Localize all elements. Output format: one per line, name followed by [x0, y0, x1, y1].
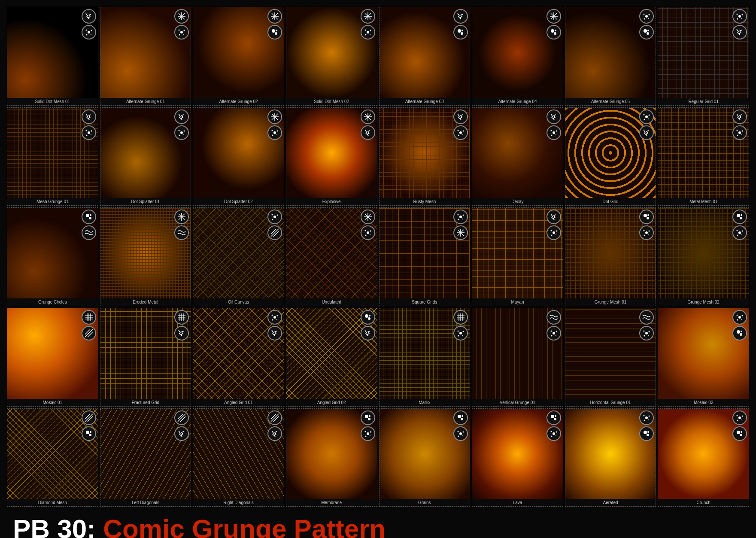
circle-icon-oil-canvas-0 — [267, 210, 282, 224]
pattern-cell-crunch[interactable]: Crunch — [658, 408, 749, 507]
pattern-label-left-diagonals: Left Diagonals — [100, 499, 191, 506]
pattern-cell-mosaic-01[interactable]: Mosaic 01 — [7, 308, 98, 407]
svg-point-85 — [556, 134, 556, 135]
pattern-cell-aerated[interactable]: Aerated — [565, 408, 656, 507]
pattern-label-crunch: Crunch — [658, 499, 749, 506]
circle-overlay-dot-grid — [639, 109, 654, 140]
circle-overlay-metal-mesh-01 — [732, 109, 747, 140]
pattern-cell-regular-grid-01[interactable]: Regular Grid 01 — [658, 7, 749, 106]
svg-point-140 — [644, 235, 645, 236]
pattern-cell-horizontal-grunge-01[interactable]: Horizontal Grunge 01 — [565, 308, 656, 407]
pattern-cell-mosaic-02[interactable]: Mosaic 02 — [658, 308, 749, 407]
circle-overlay-fractured-grid — [174, 310, 189, 340]
pattern-cell-membrane[interactable]: Membrane — [286, 408, 377, 507]
circle-overlay-mesh-grunge-01 — [82, 109, 96, 140]
circle-icon-dot-grid-0 — [639, 109, 654, 124]
circle-icon-lava-0 — [547, 410, 561, 425]
pattern-cell-alternate-grunge-02[interactable]: Alternate Grunge 02 — [193, 7, 284, 106]
svg-point-133 — [556, 234, 556, 235]
pattern-cell-oil-canvas[interactable]: Oil Canvas — [193, 207, 284, 306]
svg-point-243 — [644, 431, 647, 434]
svg-point-59 — [179, 130, 180, 131]
pattern-cell-grunge-mesh-02[interactable]: Grunge Mesh 02 — [658, 207, 749, 306]
pattern-label-grains: Grains — [380, 499, 470, 506]
pattern-cell-angled-grid-02[interactable]: Angled Grid 02 — [286, 308, 377, 407]
pattern-cell-eroded-metal[interactable]: Eroded Metal — [100, 207, 191, 306]
circle-overlay-alternate-grunge-02 — [267, 9, 282, 40]
pattern-image-diamond-mesh — [7, 409, 98, 499]
svg-point-132 — [551, 235, 552, 236]
pattern-image-grains — [380, 409, 470, 499]
pattern-cell-metal-mesh-01[interactable]: Metal Mesh 01 — [658, 107, 749, 206]
pattern-cell-undulated[interactable]: Undulated — [286, 207, 377, 306]
pattern-cell-alternate-grunge-04[interactable]: Alternate Grunge 04 — [472, 7, 563, 106]
pattern-cell-matrix[interactable]: Matrix — [379, 308, 471, 407]
circle-icon-solid-dot-mesh-01-0 — [82, 9, 96, 24]
circle-overlay-solid-dot-mesh-02 — [361, 9, 375, 40]
circle-icon-alternate-grunge-02-0 — [267, 9, 282, 24]
pattern-cell-grunge-mesh-01[interactable]: Grunge Mesh 01 — [565, 207, 656, 306]
pattern-cell-alternate-grunge-05[interactable]: Alternate Grunge 05 — [565, 7, 656, 106]
pattern-cell-explosive[interactable]: Explosive — [286, 107, 377, 206]
pattern-cell-diamond-mesh[interactable]: Diamond Mesh — [7, 408, 98, 507]
svg-line-203 — [85, 414, 90, 419]
pattern-image-dot-grid — [565, 108, 656, 198]
circle-overlay-angled-grid-01 — [267, 310, 282, 340]
pattern-image-angled-grid-02 — [286, 308, 377, 399]
circle-overlay-horizontal-grunge-01 — [639, 310, 654, 340]
svg-point-115 — [367, 231, 369, 234]
pattern-cell-rusty-mesh[interactable]: Rusty Mesh — [379, 107, 471, 206]
svg-point-218 — [364, 431, 366, 432]
pattern-cell-dot-splatter-02[interactable]: Dot Splatter 02 — [193, 107, 284, 206]
pattern-image-grunge-circles — [7, 208, 98, 298]
pattern-cell-vertical-grunge-01[interactable]: Vertical Grunge 01 — [472, 308, 563, 407]
pattern-label-regular-grid-01: Regular Grid 01 — [658, 98, 749, 105]
svg-point-244 — [647, 434, 649, 436]
svg-point-117 — [370, 231, 371, 232]
svg-point-18 — [272, 29, 275, 33]
circle-icon-diamond-mesh-0 — [82, 410, 96, 425]
pattern-cell-lava[interactable]: Lava — [472, 408, 563, 507]
svg-point-166 — [271, 314, 273, 316]
pattern-cell-grains[interactable]: Grains — [379, 408, 471, 507]
circle-icon-eroded-metal-0 — [174, 210, 189, 224]
circle-icon-grains-1 — [453, 426, 468, 441]
svg-point-185 — [550, 330, 552, 331]
pattern-cell-alternate-grunge-01[interactable]: Alternate Grunge 01 — [100, 7, 191, 106]
pattern-cell-mesh-grunge-01[interactable]: Mesh Grunge 01 — [7, 107, 98, 206]
circle-icon-mosaic-01-0 — [82, 310, 96, 325]
svg-point-10 — [179, 30, 180, 31]
svg-point-56 — [86, 134, 87, 136]
svg-point-27 — [370, 30, 371, 31]
circle-icon-matrix-0 — [453, 310, 468, 325]
svg-point-217 — [367, 432, 369, 435]
circle-icon-grunge-mesh-02-1 — [732, 225, 747, 240]
pattern-cell-dot-splatter-01[interactable]: Dot Splatter 01 — [100, 107, 191, 206]
pattern-image-aerated — [565, 409, 656, 499]
pattern-cell-left-diagonals[interactable]: Left Diagonals — [100, 408, 191, 507]
pattern-cell-angled-grid-01[interactable]: Angled Grid 01 — [193, 308, 284, 407]
pattern-cell-grunge-circles[interactable]: Grunge Circles — [7, 207, 98, 306]
pattern-cell-right-diagonals[interactable]: Right Diagonals — [193, 408, 284, 507]
circle-icon-grunge-circles-0 — [82, 210, 96, 224]
pattern-cell-dot-grid[interactable]: Dot Grid — [565, 107, 656, 206]
circle-icon-mosaic-02-1 — [732, 326, 747, 340]
circle-icon-mesh-grunge-01-1 — [82, 125, 96, 140]
pattern-cell-fractured-grid[interactable]: Fractured Grid — [100, 308, 191, 407]
svg-point-196 — [742, 315, 743, 316]
pattern-cell-square-grids[interactable]: Square Grids — [379, 207, 471, 306]
svg-point-13 — [183, 34, 184, 35]
pattern-cell-mayan[interactable]: Mayan — [472, 207, 563, 306]
pattern-cell-solid-dot-mesh-02[interactable]: Solid Dot Mesh 02 — [286, 7, 377, 106]
circle-icon-dot-grid-1 — [639, 125, 654, 140]
pattern-cell-decay[interactable]: Decay — [472, 107, 563, 206]
circle-icon-rusty-mesh-1 — [453, 125, 468, 140]
footer-title-white: PB 30: — [13, 514, 103, 538]
pattern-cell-alternate-grunge-03[interactable]: Alternate Grunge 03 — [379, 7, 471, 106]
svg-point-11 — [184, 30, 185, 31]
circle-icon-undulated-0 — [361, 210, 375, 224]
pattern-image-undulated — [286, 208, 377, 298]
svg-point-250 — [741, 419, 742, 420]
circle-icon-metal-mesh-01-1 — [732, 125, 747, 140]
pattern-cell-solid-dot-mesh-01[interactable]: Solid Dot Mesh 01 — [7, 7, 98, 106]
